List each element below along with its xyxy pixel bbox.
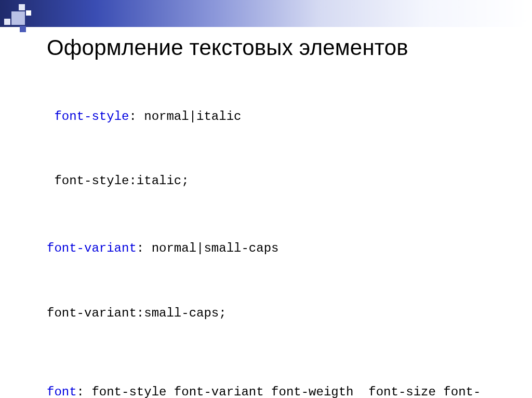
line-font-style-def: font-style: normal|italic (47, 108, 501, 126)
keyword: font-variant (47, 241, 137, 255)
squares-decoration (4, 4, 34, 34)
line-font-variant-example: font-variant:small-caps; (47, 305, 501, 323)
line-font-shorthand: font: font-style font-variant font-weigt… (47, 383, 501, 398)
keyword: font (47, 385, 77, 398)
header-gradient (0, 0, 532, 27)
text: : normal|italic (129, 109, 241, 123)
slide-title: Оформление текстовых элементов (47, 35, 501, 60)
text: font-variant:small-caps; (47, 306, 227, 320)
line-font-style-example: font-style:italic; (47, 172, 501, 190)
keyword: font-style (54, 109, 129, 123)
text: : normal|small-caps (137, 241, 279, 255)
text: font-style:italic; (47, 174, 189, 188)
line-font-variant-def: font-variant: normal|small-caps (47, 240, 501, 258)
slide-content: font-style: normal|italic font-style:ita… (47, 72, 501, 398)
slide-body: Оформление текстовых элементов font-styl… (47, 35, 501, 398)
text: : font-style font-variant font-weigth fo… (47, 385, 481, 398)
